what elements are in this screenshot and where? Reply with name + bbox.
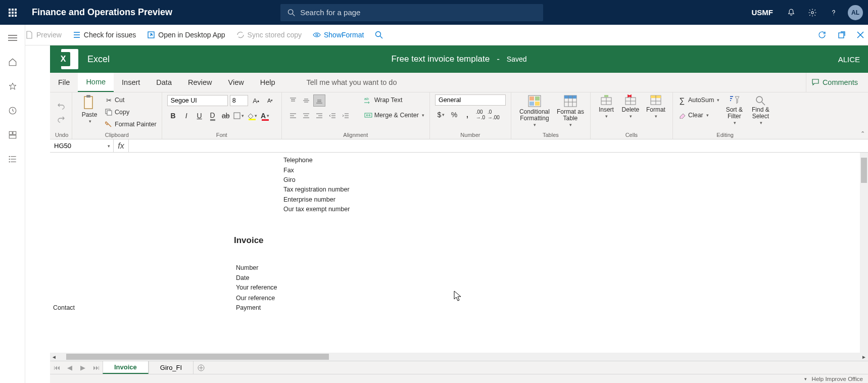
bold-button[interactable]: B: [167, 110, 179, 122]
collapse-ribbon-button[interactable]: ⌃: [860, 130, 865, 137]
tab-help[interactable]: Help: [252, 73, 283, 92]
cell-giro[interactable]: Giro: [283, 176, 296, 183]
undo-button[interactable]: [55, 100, 67, 112]
currency-button[interactable]: $▾: [435, 109, 447, 121]
delete-cells-button[interactable]: Delete▾: [620, 94, 641, 119]
format-painter-button[interactable]: Format Painter: [105, 119, 157, 130]
cell-tax-exempt[interactable]: Our tax exempt number: [283, 206, 350, 213]
align-left-button[interactable]: [287, 110, 299, 122]
comma-button[interactable]: ,: [461, 109, 473, 121]
cell-our-ref[interactable]: Our reference: [236, 295, 275, 302]
add-sheet-button[interactable]: [194, 361, 209, 374]
font-color-button[interactable]: A▾: [259, 110, 271, 122]
cmd-search[interactable]: [375, 31, 383, 39]
format-as-table-button[interactable]: Format as Table▾: [556, 94, 585, 128]
align-top-button[interactable]: [287, 94, 299, 107]
app-launcher-button[interactable]: [0, 9, 25, 17]
cell-your-ref[interactable]: Your reference: [236, 284, 277, 291]
number-format-select[interactable]: [435, 94, 506, 106]
align-right-button[interactable]: [313, 110, 325, 122]
cmd-popout[interactable]: [838, 31, 846, 39]
underline-button[interactable]: U: [194, 110, 206, 122]
cmd-open-desktop[interactable]: Open in Desktop App: [147, 31, 225, 39]
sheet-nav-first[interactable]: ⏮: [50, 361, 63, 374]
tab-view[interactable]: View: [220, 73, 252, 92]
tell-me-search[interactable]: Tell me what you want to do: [299, 73, 405, 92]
paste-button[interactable]: Paste▾: [77, 94, 102, 124]
cell-number[interactable]: Number: [236, 264, 258, 271]
scrollbar-thumb[interactable]: [66, 354, 329, 360]
tab-review[interactable]: Review: [180, 73, 220, 92]
sheet-tab-giro-fi[interactable]: Giro_FI: [149, 361, 194, 374]
status-menu-button[interactable]: ▾: [804, 376, 807, 381]
cell-payment[interactable]: Payment: [236, 304, 261, 311]
global-search[interactable]: [280, 4, 543, 21]
nav-favorites[interactable]: [7, 80, 19, 92]
cell-date[interactable]: Date: [236, 274, 249, 281]
find-select-button[interactable]: Find & Select▾: [749, 94, 772, 126]
tab-file[interactable]: File: [50, 73, 78, 92]
conditional-formatting-button[interactable]: Conditional Formatting▾: [516, 94, 553, 128]
scrollbar-thumb[interactable]: [861, 158, 867, 183]
name-box[interactable]: HG50▾: [50, 139, 114, 152]
legal-entity[interactable]: USMF: [745, 8, 781, 17]
align-center-button[interactable]: [300, 110, 312, 122]
cell-contact[interactable]: Contact: [53, 304, 75, 311]
clear-button[interactable]: Clear▾: [678, 110, 719, 121]
autosum-button[interactable]: ∑AutoSum▾: [678, 94, 719, 106]
cmd-sync[interactable]: Sync stored copy: [236, 31, 302, 39]
strikethrough-button[interactable]: ab: [220, 110, 232, 122]
vertical-scrollbar[interactable]: [860, 153, 868, 353]
horizontal-scrollbar[interactable]: ◄ ►: [50, 353, 868, 361]
excel-user-name[interactable]: ALICE: [838, 55, 860, 64]
cmd-close[interactable]: [857, 31, 864, 38]
help-improve-link[interactable]: Help Improve Office: [812, 376, 863, 382]
cell-enterprise[interactable]: Enterprise number: [283, 196, 335, 203]
notifications-button[interactable]: [781, 0, 801, 25]
sheet-nav-last[interactable]: ⏭: [89, 361, 103, 374]
decrease-indent-button[interactable]: [326, 110, 339, 122]
cmd-preview[interactable]: Preview: [25, 31, 62, 39]
align-middle-button[interactable]: [300, 94, 312, 107]
settings-button[interactable]: [802, 0, 823, 25]
comments-button[interactable]: Comments: [806, 73, 863, 92]
sheet-tab-invoice[interactable]: Invoice: [103, 361, 149, 374]
nav-toggle-button[interactable]: [7, 32, 19, 44]
font-size-select[interactable]: [230, 95, 248, 106]
nav-workspaces[interactable]: [7, 129, 19, 141]
insert-cells-button[interactable]: Insert▾: [596, 94, 617, 119]
sheet-nav-prev[interactable]: ◀: [63, 361, 76, 374]
global-search-input[interactable]: [300, 8, 536, 17]
align-bottom-button[interactable]: [313, 94, 325, 107]
borders-button[interactable]: ▾: [233, 110, 245, 122]
cmd-show-format[interactable]: ShowFormat: [313, 31, 364, 39]
sheet-nav-next[interactable]: ▶: [76, 361, 89, 374]
increase-indent-button[interactable]: [340, 110, 352, 122]
double-underline-button[interactable]: D: [207, 110, 219, 122]
fill-color-button[interactable]: ▾: [246, 110, 258, 122]
scroll-left-button[interactable]: ◄: [50, 353, 58, 361]
cell-invoice-header[interactable]: Invoice: [234, 235, 264, 246]
help-button[interactable]: [824, 0, 844, 25]
increase-decimal-button[interactable]: .00→.0: [474, 109, 487, 121]
nav-recent[interactable]: [7, 105, 19, 117]
merge-center-button[interactable]: Merge & Center▾: [364, 110, 424, 121]
cut-button[interactable]: ✂Cut: [105, 94, 157, 106]
decrease-decimal-button[interactable]: .0→.00: [488, 109, 500, 121]
tab-data[interactable]: Data: [148, 73, 180, 92]
shrink-font-button[interactable]: A▾: [264, 94, 276, 107]
document-name[interactable]: Free text invoice template: [391, 54, 490, 64]
nav-home[interactable]: [7, 56, 19, 68]
redo-button[interactable]: [55, 113, 67, 125]
cell-fax[interactable]: Fax: [283, 167, 294, 174]
copy-button[interactable]: Copy: [105, 107, 157, 118]
worksheet-grid[interactable]: Telephone Fax Giro Tax registration numb…: [50, 153, 868, 353]
scroll-right-button[interactable]: ►: [860, 353, 868, 361]
user-avatar[interactable]: AL: [848, 5, 863, 20]
fx-button[interactable]: fx: [114, 139, 129, 152]
nav-modules[interactable]: [7, 153, 19, 165]
sort-filter-button[interactable]: Sort & Filter▾: [722, 94, 746, 126]
cmd-refresh[interactable]: [817, 30, 827, 39]
format-cells-button[interactable]: Format▾: [644, 94, 667, 119]
cell-telephone[interactable]: Telephone: [283, 157, 313, 164]
